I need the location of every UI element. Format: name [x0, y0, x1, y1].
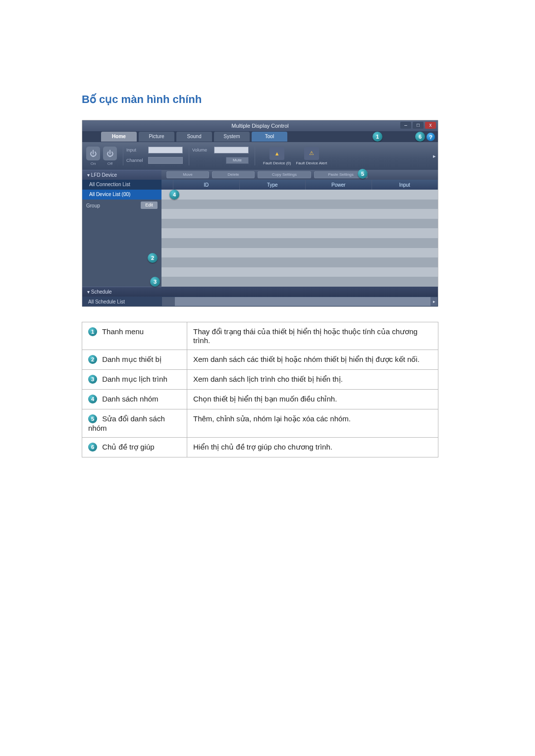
- all-schedule-list[interactable]: All Schedule List: [82, 299, 161, 304]
- table-row[interactable]: [161, 209, 438, 219]
- row-desc-1: Thay đổi trạng thái của thiết bị hiển th…: [187, 322, 438, 350]
- mute-button[interactable]: Mute: [226, 157, 249, 164]
- window-titlebar: Multiple Display Control – □ x: [82, 120, 438, 131]
- all-connection-list[interactable]: All Connection List: [82, 180, 161, 190]
- power-off-button[interactable]: ⏻: [103, 147, 117, 160]
- table-row: 5 Sửa đổi danh sách nhóm Thêm, chỉnh sửa…: [82, 409, 438, 438]
- power-on-button[interactable]: ⏻: [86, 147, 100, 160]
- input-label: Input: [126, 148, 148, 152]
- fault-device-count: Fault Device (0): [263, 161, 291, 165]
- description-table: 1 Thanh menu Thay đổi trạng thái của thi…: [82, 322, 438, 457]
- toolbar-scroll-right[interactable]: ▸: [432, 142, 437, 170]
- table-row[interactable]: [161, 277, 438, 287]
- marker-2: 2: [88, 355, 97, 364]
- section-title: Bố cục màn hình chính: [82, 93, 453, 106]
- lfd-device-header[interactable]: ▾ LFD Device: [82, 170, 161, 180]
- table-row[interactable]: [161, 219, 438, 229]
- row-label-4: Danh sách nhóm: [102, 395, 158, 403]
- row-desc-2: Xem danh sách các thiết bị hoặc nhóm thi…: [187, 350, 438, 370]
- scrollbar-thumb[interactable]: [162, 297, 175, 306]
- app-screenshot: Multiple Display Control – □ x Home Pict…: [82, 120, 438, 307]
- channel-field[interactable]: [148, 157, 183, 164]
- volume-label: Volume: [192, 148, 214, 152]
- maximize-button[interactable]: □: [413, 122, 424, 129]
- table-row: 4 Danh sách nhóm Chọn thiết bị hiển thị …: [82, 390, 438, 409]
- input-select[interactable]: [148, 147, 183, 153]
- table-row[interactable]: [161, 257, 438, 267]
- table-row: 6 Chủ đề trợ giúp Hiển thị chủ đề trợ gi…: [82, 438, 438, 457]
- table-row[interactable]: [161, 248, 438, 258]
- help-icon[interactable]: ?: [427, 133, 435, 141]
- callout-3: 3: [150, 277, 160, 287]
- group-edit-button[interactable]: Edit: [141, 202, 158, 209]
- table-row[interactable]: [161, 238, 438, 248]
- row-label-1: Thanh menu: [102, 327, 144, 336]
- grid-header-input[interactable]: Input: [372, 180, 438, 190]
- move-button[interactable]: Move: [166, 171, 209, 178]
- power-off-label: Off: [107, 161, 113, 166]
- row-label-6: Chủ đề trợ giúp: [102, 443, 155, 451]
- toolbar: ⏻ On ⏻ Off Input Channel: [82, 142, 438, 170]
- table-row[interactable]: [161, 267, 438, 277]
- callout-2: 2: [148, 253, 158, 263]
- action-bar: Move Delete Copy Settings Paste Settings: [161, 170, 438, 180]
- tab-tool[interactable]: Tool: [252, 132, 287, 142]
- table-row[interactable]: [161, 190, 438, 200]
- group-area: Group Edit: [82, 200, 161, 287]
- copy-settings-button[interactable]: Copy Settings: [258, 171, 311, 178]
- row-desc-3: Xem danh sách lịch trình cho thiết bị hi…: [187, 370, 438, 390]
- grid-header-checkbox[interactable]: [161, 180, 173, 190]
- right-panel: Move Delete Copy Settings Paste Settings…: [161, 170, 438, 287]
- row-label-2: Danh mục thiết bị: [102, 355, 161, 363]
- grid-header: ID Type Power Input: [161, 180, 438, 190]
- delete-button[interactable]: Delete: [212, 171, 255, 178]
- all-device-list[interactable]: All Device List (00): [82, 190, 161, 200]
- callout-4: 4: [169, 190, 179, 200]
- grid-rows: [161, 190, 438, 287]
- tab-sound[interactable]: Sound: [176, 132, 212, 142]
- schedule-header[interactable]: ▾ Schedule: [82, 287, 161, 297]
- scrollbar-right-arrow[interactable]: ▸: [430, 297, 437, 306]
- power-on-label: On: [91, 161, 96, 166]
- table-row: 1 Thanh menu Thay đổi trạng thái của thi…: [82, 322, 438, 350]
- row-desc-5: Thêm, chỉnh sửa, nhóm lại hoặc xóa các n…: [187, 409, 438, 438]
- marker-6: 6: [88, 443, 97, 452]
- volume-field[interactable]: [214, 147, 249, 153]
- minimize-button[interactable]: –: [400, 122, 411, 129]
- menu-tabs: Home Picture Sound System Tool 1 6 ?: [82, 131, 438, 142]
- row-label-3: Danh mục lịch trình: [102, 375, 167, 383]
- group-label: Group: [86, 203, 100, 208]
- callout-1: 1: [373, 132, 382, 142]
- fault-alert-icon[interactable]: ⚠: [304, 147, 319, 160]
- callout-5: 5: [358, 169, 368, 179]
- table-row: 2 Danh mục thiết bị Xem danh sách các th…: [82, 350, 438, 370]
- row-label-5: Sửa đổi danh sách nhóm: [88, 414, 165, 432]
- channel-label: Channel: [126, 158, 148, 163]
- row-desc-6: Hiển thị chủ đề trợ giúp cho chương trìn…: [187, 438, 438, 457]
- grid-header-power[interactable]: Power: [306, 180, 372, 190]
- horizontal-scrollbar[interactable]: ▸: [162, 297, 437, 306]
- marker-5: 5: [88, 414, 97, 423]
- callout-6: 6: [415, 132, 425, 142]
- marker-1: 1: [88, 327, 97, 336]
- window-title: Multiple Display Control: [231, 123, 289, 129]
- tab-picture[interactable]: Picture: [139, 132, 174, 142]
- left-panel: ▾ LFD Device All Connection List All Dev…: [82, 170, 161, 287]
- tab-system[interactable]: System: [214, 132, 250, 142]
- table-row[interactable]: [161, 228, 438, 238]
- marker-3: 3: [88, 375, 97, 384]
- fault-alert-label: Fault Device Alert: [296, 161, 327, 165]
- table-row[interactable]: [161, 200, 438, 209]
- tab-home[interactable]: Home: [101, 132, 137, 142]
- fault-device-icon[interactable]: ▲: [269, 147, 284, 160]
- row-desc-4: Chọn thiết bị hiển thị bạn muốn điều chỉ…: [187, 390, 438, 409]
- table-row: 3 Danh mục lịch trình Xem danh sách lịch…: [82, 370, 438, 390]
- grid-header-id[interactable]: ID: [173, 180, 240, 190]
- marker-4: 4: [88, 395, 97, 403]
- close-button[interactable]: x: [425, 122, 436, 129]
- grid-header-type[interactable]: Type: [240, 180, 306, 190]
